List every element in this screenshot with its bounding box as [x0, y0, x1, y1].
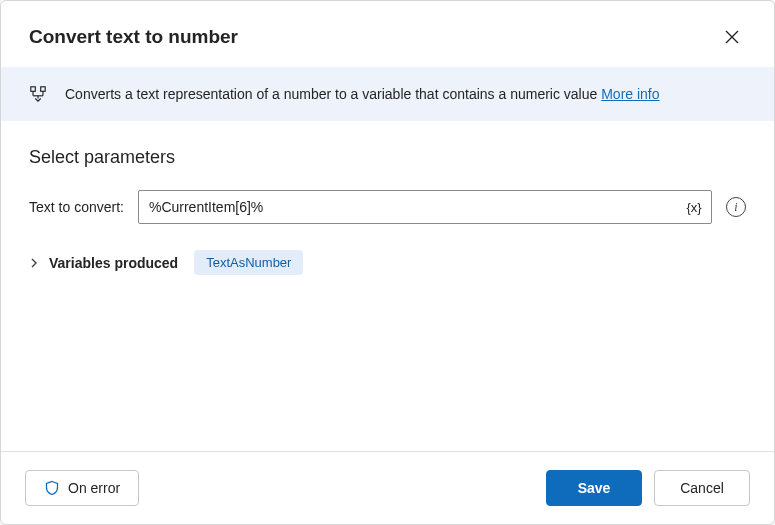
- close-button[interactable]: [718, 23, 746, 51]
- dialog-title: Convert text to number: [29, 26, 238, 48]
- on-error-label: On error: [68, 480, 120, 496]
- text-to-convert-input[interactable]: [138, 190, 712, 224]
- info-banner: Converts a text representation of a numb…: [1, 67, 774, 121]
- input-wrap: {x}: [138, 190, 712, 224]
- section-title: Select parameters: [29, 147, 746, 168]
- svg-rect-0: [31, 87, 36, 92]
- save-button[interactable]: Save: [546, 470, 642, 506]
- banner-text: Converts a text representation of a numb…: [65, 86, 660, 102]
- dialog-footer: On error Save Cancel: [1, 451, 774, 524]
- convert-text-to-number-dialog: Convert text to number Converts a text r…: [0, 0, 775, 525]
- chevron-right-icon[interactable]: [29, 258, 39, 268]
- banner-description: Converts a text representation of a numb…: [65, 86, 601, 102]
- dialog-content: Select parameters Text to convert: {x} i…: [1, 121, 774, 451]
- param-row-text-to-convert: Text to convert: {x} i: [29, 190, 746, 224]
- variable-chip[interactable]: TextAsNumber: [194, 250, 303, 275]
- cancel-button[interactable]: Cancel: [654, 470, 750, 506]
- on-error-button[interactable]: On error: [25, 470, 139, 506]
- svg-rect-1: [41, 87, 46, 92]
- shield-icon: [44, 480, 60, 496]
- variables-produced-label[interactable]: Variables produced: [49, 255, 178, 271]
- close-icon: [725, 30, 739, 44]
- dialog-header: Convert text to number: [1, 1, 774, 67]
- param-label: Text to convert:: [29, 199, 124, 215]
- help-button[interactable]: i: [726, 197, 746, 217]
- insert-variable-button[interactable]: {x}: [682, 195, 706, 219]
- more-info-link[interactable]: More info: [601, 86, 659, 102]
- action-icon: [29, 85, 47, 103]
- variables-produced-row: Variables produced TextAsNumber: [29, 250, 746, 275]
